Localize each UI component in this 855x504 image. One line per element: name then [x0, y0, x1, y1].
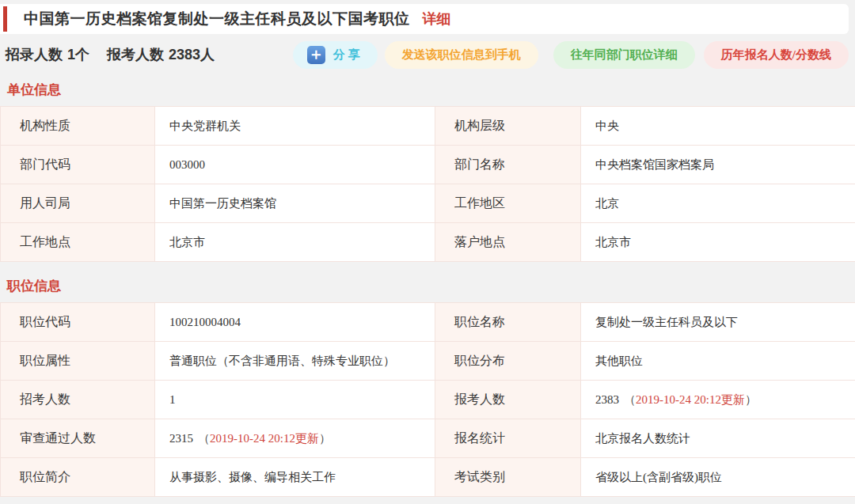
table-row: 部门代码 003000 部门名称 中央档案馆国家档案局	[1, 146, 855, 184]
field-value: 北京报名人数统计	[581, 419, 855, 458]
field-value: 003000	[155, 146, 435, 184]
field-label: 报考人数	[435, 381, 581, 419]
field-value: 从事摄影、摄像、编导相关工作	[155, 458, 435, 497]
applicant-count-value: 2383人	[169, 47, 215, 63]
field-label: 职位属性	[1, 342, 155, 381]
table-row: 职位代码 100210004004 职位名称 复制处一级主任科员及以下	[1, 303, 855, 342]
field-value: 复制处一级主任科员及以下	[581, 303, 855, 342]
table-row: 职位简介 从事摄影、摄像、编导相关工作 考试类别 省级以上(含副省级)职位	[1, 458, 855, 497]
field-value: 中国第一历史档案馆	[155, 184, 435, 223]
field-label: 落户地点	[435, 223, 581, 262]
title-accent-bar	[3, 6, 7, 32]
field-label: 工作地点	[1, 223, 155, 262]
field-label: 职位名称	[435, 303, 581, 342]
field-label: 考试类别	[435, 458, 581, 497]
history-scores-button[interactable]: 历年报名人数/分数线	[704, 41, 849, 69]
field-value: 其他职位	[581, 342, 855, 381]
table-row: 招考人数 1 报考人数 2383（2019-10-24 20:12更新）	[1, 381, 855, 419]
update-timestamp: 2019-10-24 20:12更新	[210, 432, 319, 445]
action-buttons: ＋ 分享 发送该职位信息到手机 往年同部门职位详细 历年报名人数/分数线	[293, 41, 849, 69]
field-label: 职位简介	[1, 458, 155, 497]
update-timestamp: 2019-10-24 20:12更新	[636, 393, 745, 406]
field-value: 普通职位（不含非通用语、特殊专业职位）	[155, 342, 435, 381]
field-label: 机构性质	[1, 107, 155, 146]
table-row: 工作地点 北京市 落户地点 北京市	[1, 223, 855, 262]
field-value: 北京	[581, 184, 855, 223]
previous-years-button[interactable]: 往年同部门职位详细	[553, 41, 695, 69]
update-note: （2019-10-24 20:12更新）	[624, 393, 757, 406]
field-label: 用人司局	[1, 184, 155, 223]
recruit-stats: 招录人数1个报考人数2383人	[6, 45, 215, 64]
field-label: 部门名称	[435, 146, 581, 184]
field-value: 100210004004	[155, 303, 435, 342]
table-row: 审查通过人数 2315（2019-10-24 20:12更新） 报名统计 北京报…	[1, 419, 855, 458]
update-note: （2019-10-24 20:12更新）	[198, 432, 331, 445]
share-plus-icon: ＋	[307, 46, 325, 64]
detail-link[interactable]: 详细	[423, 9, 451, 28]
field-value: 北京市	[155, 223, 435, 262]
table-row: 用人司局 中国第一历史档案馆 工作地区 北京	[1, 184, 855, 223]
recruit-count-label: 招录人数	[6, 47, 63, 63]
send-to-phone-button[interactable]: 发送该职位信息到手机	[385, 41, 538, 69]
job-info-table: 职位代码 100210004004 职位名称 复制处一级主任科员及以下 职位属性…	[0, 302, 855, 497]
page-title: 中国第一历史档案馆复制处一级主任科员及以下国考职位	[24, 9, 410, 29]
toolbar: 招录人数1个报考人数2383人 ＋ 分享 发送该职位信息到手机 往年同部门职位详…	[0, 40, 855, 69]
approved-number: 2315	[169, 432, 193, 445]
field-label: 职位代码	[1, 303, 155, 342]
applicant-count-label: 报考人数	[107, 47, 164, 63]
share-button-label: 分享	[333, 47, 363, 63]
unit-info-section-title: 单位信息	[7, 81, 855, 99]
field-label: 部门代码	[1, 146, 155, 184]
field-value-with-update: 2315（2019-10-24 20:12更新）	[155, 419, 435, 458]
field-value: 省级以上(含副省级)职位	[581, 458, 855, 497]
field-label: 招考人数	[1, 381, 155, 419]
unit-info-table: 机构性质 中央党群机关 机构层级 中央 部门代码 003000 部门名称 中央档…	[0, 106, 855, 262]
field-value: 1	[155, 381, 435, 419]
field-label: 工作地区	[435, 184, 581, 223]
field-value: 北京市	[581, 223, 855, 262]
field-label: 职位分布	[435, 342, 581, 381]
field-value: 中央党群机关	[155, 107, 435, 146]
field-value-with-update: 2383（2019-10-24 20:12更新）	[581, 381, 855, 419]
title-band: 中国第一历史档案馆复制处一级主任科员及以下国考职位 详细	[0, 4, 849, 34]
table-row: 职位属性 普通职位（不含非通用语、特殊专业职位） 职位分布 其他职位	[1, 342, 855, 381]
field-value: 中央档案馆国家档案局	[581, 146, 855, 184]
table-row: 机构性质 中央党群机关 机构层级 中央	[1, 107, 855, 146]
field-label: 报名统计	[435, 419, 581, 458]
field-value: 中央	[581, 107, 855, 146]
job-info-section-title: 职位信息	[7, 277, 855, 295]
field-label: 审查通过人数	[1, 419, 155, 458]
applicant-number: 2383	[595, 393, 619, 406]
field-label: 机构层级	[435, 107, 581, 146]
recruit-count-value: 1个	[67, 47, 89, 63]
share-button[interactable]: ＋ 分享	[293, 41, 378, 69]
